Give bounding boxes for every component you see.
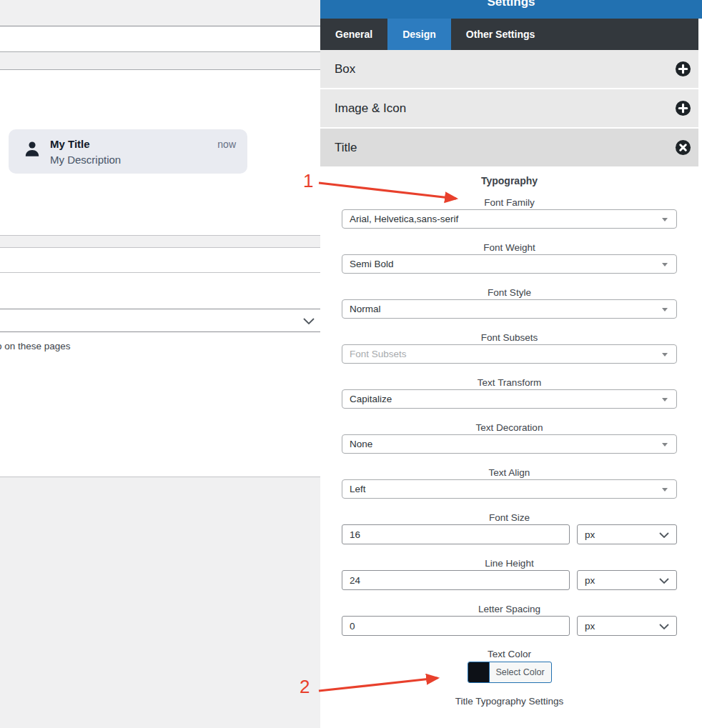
font-subsets-label: Font Subsets — [342, 332, 677, 344]
line-height-unit-select[interactable]: px — [577, 570, 677, 590]
page-divider-line — [0, 272, 320, 273]
accordion-title-label: Title — [335, 141, 357, 155]
accordion-box[interactable]: Box — [320, 50, 698, 88]
tab-other-settings[interactable]: Other Settings — [451, 19, 550, 50]
font-weight-select[interactable]: Semi Bold — [342, 254, 677, 274]
font-weight-label: Font Weight — [342, 242, 677, 254]
font-family-value: Arial, Helvetica,sans-serif — [350, 214, 458, 224]
text-decoration-select[interactable]: None — [342, 434, 677, 454]
font-weight-value: Semi Bold — [350, 259, 394, 269]
page-divider-band — [0, 235, 320, 248]
text-transform-value: Capitalize — [350, 394, 392, 404]
text-align-label: Text Align — [342, 467, 677, 479]
accordion-image-icon[interactable]: Image & Icon — [320, 89, 698, 127]
page-dropdown[interactable] — [0, 309, 320, 332]
letter-spacing-unit-value: px — [585, 621, 595, 632]
page-help-text: o on these pages — [0, 341, 71, 351]
text-decoration-value: None — [350, 439, 372, 449]
letter-spacing-label: Letter Spacing — [342, 604, 677, 616]
page-toolbar-band — [0, 0, 320, 26]
background-page: My Title now My Description o on these p… — [0, 0, 320, 728]
text-transform-select[interactable]: Capitalize — [342, 389, 677, 409]
select-color-button-label: Select Color — [490, 662, 551, 682]
text-color-picker-button[interactable]: Select Color — [468, 662, 552, 683]
notification-description: My Description — [50, 154, 121, 166]
font-style-label: Font Style — [342, 287, 677, 299]
text-decoration-label: Text Decoration — [342, 422, 677, 434]
font-subsets-select[interactable]: Font Subsets — [342, 344, 677, 364]
settings-modal: Settings General Design Other Settings B… — [320, 0, 702, 728]
close-circle-icon[interactable] — [675, 139, 691, 156]
letter-spacing-unit-select[interactable]: px — [577, 616, 677, 636]
font-style-value: Normal — [350, 304, 381, 314]
font-size-input[interactable] — [342, 524, 570, 544]
title-typography-settings-text: Title Typography Settings — [342, 696, 677, 707]
line-height-label: Line Height — [342, 558, 677, 570]
typography-heading: Typography — [342, 175, 677, 187]
plus-circle-icon[interactable] — [675, 61, 691, 77]
color-swatch — [468, 662, 490, 682]
accordion-image-icon-label: Image & Icon — [335, 101, 406, 116]
title-settings-panel: Typography Font Family Arial, Helvetica,… — [320, 175, 698, 707]
text-align-select[interactable]: Left — [342, 479, 677, 499]
tab-bar: General Design Other Settings — [320, 19, 698, 50]
font-size-unit-value: px — [585, 529, 595, 540]
chevron-down-icon — [659, 532, 669, 538]
font-family-label: Font Family — [342, 197, 677, 209]
chevron-down-icon — [303, 318, 315, 324]
plus-circle-icon[interactable] — [675, 100, 691, 116]
page-footer-band — [0, 477, 320, 728]
screen: My Title now My Description o on these p… — [0, 0, 702, 728]
text-transform-label: Text Transform — [342, 377, 677, 389]
modal-scroll-area[interactable]: Box Image & Icon Title Typography Font F… — [320, 50, 698, 728]
text-color-label: Text Color — [342, 649, 677, 661]
notification-title: My Title — [50, 138, 90, 150]
chevron-down-icon — [659, 578, 669, 584]
page-section-band — [0, 51, 320, 70]
accordion-box-label: Box — [335, 62, 355, 76]
person-icon — [23, 140, 41, 159]
tab-design[interactable]: Design — [387, 19, 451, 50]
notification-preview-card: My Title now My Description — [9, 129, 247, 174]
modal-title: Settings — [320, 0, 702, 9]
letter-spacing-input[interactable] — [342, 616, 570, 636]
modal-header: Settings — [320, 0, 702, 19]
chevron-down-icon — [659, 624, 669, 629]
notification-time: now — [217, 139, 236, 150]
text-align-value: Left — [350, 484, 366, 494]
accordion-title[interactable]: Title — [320, 129, 698, 166]
font-size-label: Font Size — [342, 512, 677, 524]
font-size-unit-select[interactable]: px — [577, 524, 677, 544]
tab-general[interactable]: General — [320, 19, 387, 50]
font-subsets-placeholder: Font Subsets — [350, 349, 407, 359]
font-style-select[interactable]: Normal — [342, 299, 677, 319]
line-height-unit-value: px — [585, 575, 595, 586]
font-family-select[interactable]: Arial, Helvetica,sans-serif — [342, 209, 677, 229]
line-height-input[interactable] — [342, 570, 570, 590]
